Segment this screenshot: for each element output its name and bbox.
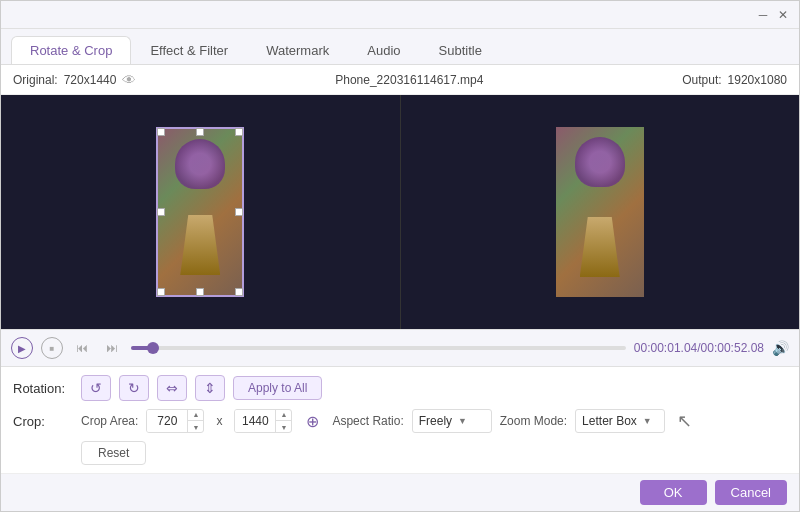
time-display: 00:00:01.04/00:00:52.08 [634,341,764,355]
tab-rotate-crop[interactable]: Rotate & Crop [11,36,131,64]
main-window: ─ ✕ Rotate & Crop Effect & Filter Waterm… [0,0,800,512]
next-frame-button[interactable]: ⏭ [101,337,123,359]
aspect-ratio-value: Freely [419,414,452,428]
tab-subtitle[interactable]: Subtitle [420,36,501,64]
output-size: 1920x1080 [728,73,787,87]
original-label: Original: [13,73,58,87]
width-up-button[interactable]: ▲ [188,409,203,421]
flower-decoration-right [575,137,625,187]
crop-width-input[interactable] [147,410,187,432]
handle-tl[interactable] [157,128,165,136]
preview-panel-left [1,95,401,329]
crop-width-input-group: ▲ ▼ [146,409,204,433]
handle-br[interactable] [235,288,243,296]
eye-icon[interactable]: 👁 [122,72,136,88]
play-button[interactable]: ▶ [11,337,33,359]
ok-button[interactable]: OK [640,480,707,505]
crop-area-label: Crop Area: [81,414,138,428]
width-spinners: ▲ ▼ [187,409,203,433]
resize-cursor-icon: ↖ [677,410,692,432]
prev-frame-button[interactable]: ⏮ [71,337,93,359]
height-spinners: ▲ ▼ [275,409,291,433]
crop-label: Crop: [13,414,73,429]
title-bar: ─ ✕ [1,1,799,29]
reset-button[interactable]: Reset [81,441,146,465]
zoom-mode-label: Zoom Mode: [500,414,567,428]
x-separator: x [212,414,226,428]
volume-icon[interactable]: 🔊 [772,340,789,356]
handle-bm[interactable] [196,288,204,296]
tab-bar: Rotate & Crop Effect & Filter Watermark … [1,29,799,65]
video-preview-left [156,127,244,297]
zoom-mode-arrow-icon: ▼ [643,416,652,426]
current-time: 00:00:01.04 [634,341,697,355]
zoom-mode-value: Letter Box [582,414,637,428]
tab-audio[interactable]: Audio [348,36,419,64]
flower-decoration [175,139,225,189]
vase-decoration-right [580,217,620,277]
close-button[interactable]: ✕ [775,7,791,23]
width-down-button[interactable]: ▼ [188,421,203,433]
crop-height-input[interactable] [235,410,275,432]
timeline-track[interactable] [131,346,626,350]
timeline-thumb[interactable] [147,342,159,354]
info-left: Original: 720x1440 👁 [13,72,136,88]
video-preview-right [556,127,644,297]
preview-area [1,95,799,329]
stop-button[interactable]: ■ [41,337,63,359]
filename: Phone_220316114617.mp4 [335,73,483,87]
crop-height-input-group: ▲ ▼ [234,409,292,433]
aspect-ratio-label: Aspect Ratio: [332,414,403,428]
zoom-mode-select[interactable]: Letter Box ▼ [575,409,665,433]
aspect-ratio-select[interactable]: Freely ▼ [412,409,492,433]
reset-row: Reset [13,441,787,465]
handle-tr[interactable] [235,128,243,136]
cancel-button[interactable]: Cancel [715,480,787,505]
crop-row: Crop: Crop Area: ▲ ▼ x ▲ ▼ ⊕ [13,409,787,433]
handle-tm[interactable] [196,128,204,136]
handle-rm[interactable] [235,208,243,216]
apply-to-all-button[interactable]: Apply to All [233,376,322,400]
flip-horizontal-button[interactable]: ⇔ [157,375,187,401]
rotation-label: Rotation: [13,381,73,396]
info-right: Output: 1920x1080 [682,73,787,87]
crop-center-icon[interactable]: ⊕ [300,409,324,433]
info-bar: Original: 720x1440 👁 Phone_220316114617.… [1,65,799,95]
minimize-button[interactable]: ─ [755,7,771,23]
rotation-row: Rotation: ↺ ↻ ⇔ ⇕ Apply to All [13,375,787,401]
flip-vertical-button[interactable]: ⇕ [195,375,225,401]
timeline-bar: ▶ ■ ⏮ ⏭ 00:00:01.04/00:00:52.08 🔊 [1,329,799,367]
bottom-bar: OK Cancel [1,473,799,511]
aspect-ratio-arrow-icon: ▼ [458,416,467,426]
rotate-ccw-button[interactable]: ↺ [81,375,111,401]
tab-watermark[interactable]: Watermark [247,36,348,64]
vase-decoration [180,215,220,275]
preview-panel-right [401,95,800,329]
height-up-button[interactable]: ▲ [276,409,291,421]
controls-area: Rotation: ↺ ↻ ⇔ ⇕ Apply to All Crop: Cro… [1,367,799,473]
handle-lm[interactable] [157,208,165,216]
total-time: 00:00:52.08 [701,341,764,355]
height-down-button[interactable]: ▼ [276,421,291,433]
rotate-cw-button[interactable]: ↻ [119,375,149,401]
output-label: Output: [682,73,721,87]
original-size: 720x1440 [64,73,117,87]
tab-effect-filter[interactable]: Effect & Filter [131,36,247,64]
handle-bl[interactable] [157,288,165,296]
